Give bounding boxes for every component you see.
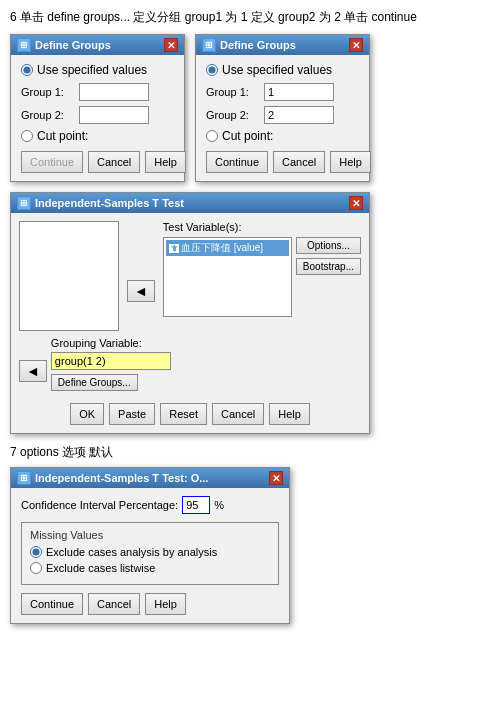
- options-button-row: Continue Cancel Help: [21, 593, 279, 615]
- cutpoint-label-2: Cut point:: [222, 129, 273, 143]
- ttest-right-top: 🗡 血压下降值 [value] Options... Bootstrap...: [163, 237, 361, 317]
- radio-cutpoint-1[interactable]: [21, 130, 33, 142]
- radio-listwise[interactable]: [30, 562, 42, 574]
- radio-2-label: Exclude cases listwise: [46, 562, 155, 574]
- grouping-label: Grouping Variable:: [51, 337, 361, 349]
- use-specified-radio-1: Use specified values: [21, 63, 174, 77]
- ci-unit: %: [214, 499, 224, 511]
- group1-label-1: Group 1:: [21, 86, 73, 98]
- paste-btn[interactable]: Paste: [109, 403, 155, 425]
- dialog-body-2: Use specified values Group 1: Group 2: C…: [196, 55, 369, 181]
- ttest-dialog: ⊞ Independent-Samples T Test ✕ ◄ Test Va…: [10, 192, 370, 434]
- instruction-text-1: 6 单击 define groups... 定义分组 group1 为 1 定义…: [10, 10, 417, 24]
- group2-input-2[interactable]: [264, 106, 334, 124]
- use-specified-radio-2: Use specified values: [206, 63, 359, 77]
- titlebar-1: ⊞ Define Groups ✕: [11, 35, 184, 55]
- group2-row-2: Group 2:: [206, 106, 359, 124]
- group2-label-1: Group 2:: [21, 109, 73, 121]
- radio-label-1: Use specified values: [37, 63, 147, 77]
- options-cancel-btn[interactable]: Cancel: [88, 593, 140, 615]
- test-vars-label: Test Variable(s):: [163, 221, 361, 233]
- ttest-main: ◄ Test Variable(s): 🗡 血压下降值 [value] Opti…: [19, 221, 361, 331]
- ttest-title: Independent-Samples T Test: [35, 197, 184, 209]
- cancel-btn-2[interactable]: Cancel: [273, 151, 325, 173]
- missing-values-group: Missing Values Exclude cases analysis by…: [21, 522, 279, 585]
- bootstrap-btn[interactable]: Bootstrap...: [296, 258, 361, 275]
- grouping-section: ◄ Grouping Variable: Define Groups...: [19, 337, 361, 391]
- options-grid-icon: ⊞: [17, 471, 31, 485]
- group1-row-1: Group 1:: [21, 83, 174, 101]
- dialog-title-1: Define Groups: [35, 39, 111, 51]
- options-dialog: ⊞ Independent-Samples T Test: O... ✕ Con…: [10, 467, 290, 624]
- help-btn-1[interactable]: Help: [145, 151, 186, 173]
- missing-values-title: Missing Values: [30, 529, 270, 541]
- button-row-1: Continue Cancel Help: [21, 151, 174, 173]
- dialog-body-1: Use specified values Group 1: Group 2: C…: [11, 55, 184, 181]
- titlebar-2: ⊞ Define Groups ✕: [196, 35, 369, 55]
- title-left-2: ⊞ Define Groups: [202, 38, 296, 52]
- ci-label: Confidence Interval Percentage:: [21, 499, 178, 511]
- ttest-button-row: OK Paste Reset Cancel Help: [19, 403, 361, 425]
- close-btn-2[interactable]: ✕: [349, 38, 363, 52]
- ttest-title-left: ⊞ Independent-Samples T Test: [17, 196, 184, 210]
- grid-icon-1: ⊞: [17, 38, 31, 52]
- grid-icon-2: ⊞: [202, 38, 216, 52]
- radio-label-2: Use specified values: [222, 63, 332, 77]
- reset-btn[interactable]: Reset: [160, 403, 207, 425]
- options-continue-btn[interactable]: Continue: [21, 593, 83, 615]
- define-groups-row: ⊞ Define Groups ✕ Use specified values G…: [10, 34, 490, 182]
- grouping-input[interactable]: [51, 352, 171, 370]
- options-title: Independent-Samples T Test: O...: [35, 472, 208, 484]
- ttest-close-btn[interactable]: ✕: [349, 196, 363, 210]
- radio-row-2: Exclude cases listwise: [30, 562, 270, 574]
- continue-btn-1[interactable]: Continue: [21, 151, 83, 173]
- cutpoint-label-1: Cut point:: [37, 129, 88, 143]
- ttest-titlebar: ⊞ Independent-Samples T Test ✕: [11, 193, 369, 213]
- button-row-2: Continue Cancel Help: [206, 151, 359, 173]
- arrow-btn-vars[interactable]: ◄: [127, 280, 155, 302]
- variable-list-panel: [19, 221, 119, 331]
- ci-input[interactable]: [182, 496, 210, 514]
- var-type-icon: 🗡: [169, 244, 179, 253]
- instruction-1: 6 单击 define groups... 定义分组 group1 为 1 定义…: [10, 8, 490, 26]
- title-left-1: ⊞ Define Groups: [17, 38, 111, 52]
- test-var-panel: 🗡 血压下降值 [value]: [163, 237, 292, 317]
- options-btn[interactable]: Options...: [296, 237, 361, 254]
- group1-input-2[interactable]: [264, 83, 334, 101]
- radio-specified-1[interactable]: [21, 64, 33, 76]
- options-titlebar: ⊞ Independent-Samples T Test: O... ✕: [11, 468, 289, 488]
- define-groups-btn[interactable]: Define Groups...: [51, 374, 138, 391]
- ci-row: Confidence Interval Percentage: %: [21, 496, 279, 514]
- dialog-title-2: Define Groups: [220, 39, 296, 51]
- ttest-cancel-btn[interactable]: Cancel: [212, 403, 264, 425]
- ttest-body: ◄ Test Variable(s): 🗡 血压下降值 [value] Opti…: [11, 213, 369, 433]
- arrow-btn-group[interactable]: ◄: [19, 360, 47, 382]
- grouping-input-row: [51, 352, 361, 370]
- instruction-2: 7 options 选项 默认: [10, 444, 490, 461]
- radio-cutpoint-2[interactable]: [206, 130, 218, 142]
- ok-btn[interactable]: OK: [70, 403, 104, 425]
- help-btn-2[interactable]: Help: [330, 151, 371, 173]
- var-item-blood-pressure: 🗡 血压下降值 [value]: [166, 240, 289, 256]
- group2-input-1[interactable]: [79, 106, 149, 124]
- ttest-help-btn[interactable]: Help: [269, 403, 310, 425]
- instruction-text-2: 7 options 选项 默认: [10, 445, 113, 459]
- options-help-btn[interactable]: Help: [145, 593, 186, 615]
- radio-row-1: Exclude cases analysis by analysis: [30, 546, 270, 558]
- grouping-inner: Grouping Variable: Define Groups...: [51, 337, 361, 391]
- ttest-right: Test Variable(s): 🗡 血压下降值 [value] Option…: [163, 221, 361, 331]
- continue-btn-2[interactable]: Continue: [206, 151, 268, 173]
- cancel-btn-1[interactable]: Cancel: [88, 151, 140, 173]
- define-groups-dialog-1: ⊞ Define Groups ✕ Use specified values G…: [10, 34, 185, 182]
- group2-label-2: Group 2:: [206, 109, 258, 121]
- close-btn-1[interactable]: ✕: [164, 38, 178, 52]
- radio-specified-2[interactable]: [206, 64, 218, 76]
- group1-row-2: Group 1:: [206, 83, 359, 101]
- group1-label-2: Group 1:: [206, 86, 258, 98]
- radio-analysis-by-analysis[interactable]: [30, 546, 42, 558]
- group2-row-1: Group 2:: [21, 106, 174, 124]
- cutpoint-row-1: Cut point:: [21, 129, 174, 143]
- group1-input-1[interactable]: [79, 83, 149, 101]
- cutpoint-row-2: Cut point:: [206, 129, 359, 143]
- options-close-btn[interactable]: ✕: [269, 471, 283, 485]
